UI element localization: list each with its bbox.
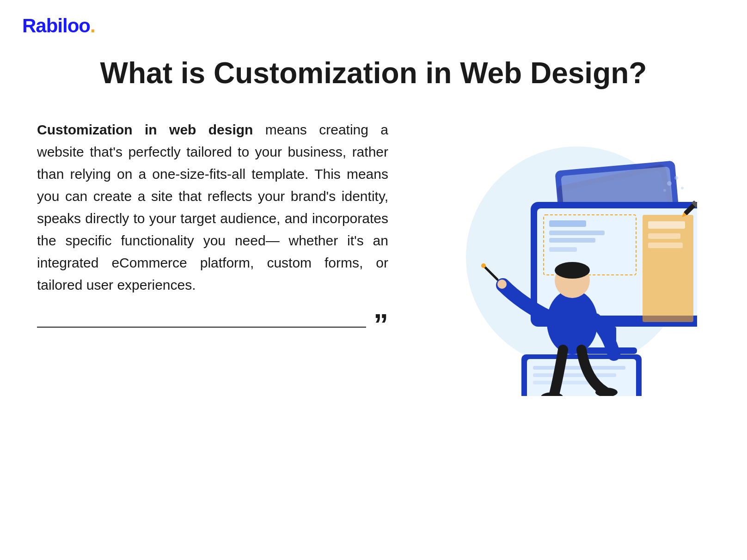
logo-text-rabiloo: Rabiloo	[22, 15, 90, 37]
illustration-section	[416, 119, 710, 396]
bold-intro: Customization in web design	[37, 122, 253, 137]
body-text-content: means creating a website that's perfectl…	[37, 122, 388, 292]
svg-rect-13	[648, 221, 685, 229]
svg-rect-11	[549, 247, 577, 252]
svg-rect-15	[648, 243, 683, 248]
svg-rect-9	[549, 231, 605, 235]
svg-point-29	[481, 263, 486, 268]
svg-rect-10	[549, 238, 595, 243]
page-title: What is Customization in Web Design?	[37, 55, 710, 91]
logo: Rabiloo.	[22, 15, 725, 37]
logo-dot: .	[90, 15, 95, 37]
svg-rect-12	[643, 215, 693, 322]
svg-point-27	[497, 280, 507, 289]
svg-point-26	[555, 262, 590, 279]
quote-line	[37, 327, 366, 328]
svg-rect-20	[533, 366, 625, 370]
header: Rabiloo.	[0, 0, 747, 46]
quote-divider: ”	[37, 315, 388, 340]
text-section: Customization in web design means creati…	[37, 119, 388, 340]
svg-point-33	[674, 176, 678, 180]
illustration-svg	[429, 128, 697, 396]
content-area: Customization in web design means creati…	[37, 119, 710, 396]
svg-point-34	[681, 187, 684, 189]
body-paragraph: Customization in web design means creati…	[37, 119, 388, 296]
svg-rect-14	[648, 233, 680, 239]
page-wrapper: Rabiloo. What is Customization in Web De…	[0, 0, 747, 560]
svg-point-32	[667, 181, 672, 186]
svg-rect-21	[533, 373, 616, 377]
main-content: What is Customization in Web Design? Cus…	[0, 46, 747, 414]
quote-mark: ”	[374, 310, 388, 340]
svg-point-35	[663, 189, 666, 192]
svg-rect-8	[549, 220, 586, 227]
